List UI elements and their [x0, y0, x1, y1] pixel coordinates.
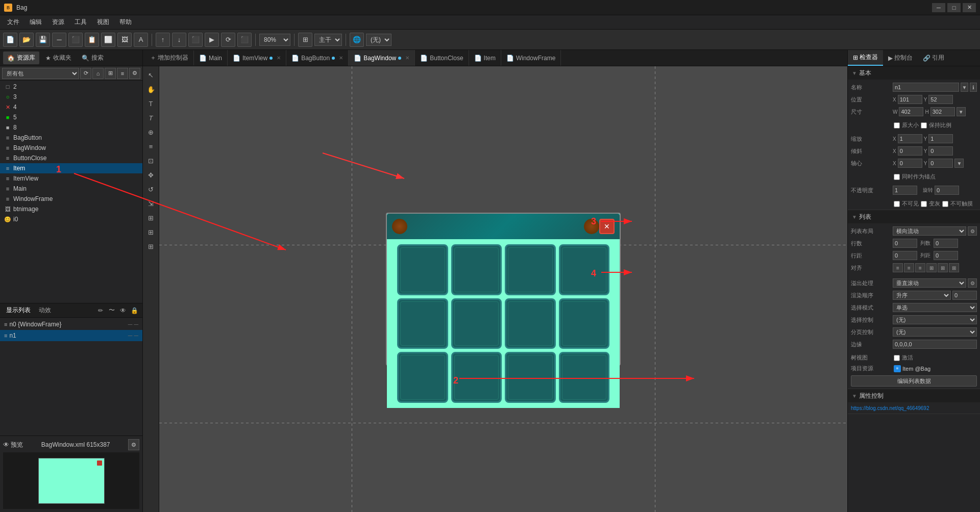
tab-itemview-close[interactable]: ✕	[277, 55, 281, 61]
prop-layout-select[interactable]: 横向流动 纵向流动	[893, 226, 966, 236]
prop-render-order-val[interactable]	[952, 291, 977, 300]
pivot-anchor-checkbox[interactable]	[894, 174, 900, 180]
align-left[interactable]: ≡	[893, 263, 903, 272]
bag-close-button[interactable]: ✕	[599, 219, 615, 234]
tb-btn6[interactable]: 📋	[85, 33, 99, 47]
save-btn[interactable]: 💾	[36, 33, 50, 47]
right-tab-inspector[interactable]: ⊞ 检查器	[848, 50, 883, 66]
zoom-select[interactable]: 80% 100% 150%	[259, 34, 290, 46]
preview-settings-btn[interactable]: ⚙	[128, 439, 139, 450]
menu-assets[interactable]: 资源	[47, 16, 69, 29]
bag-slot-12[interactable]	[559, 352, 610, 403]
keep-ratio-checkbox[interactable]	[921, 122, 927, 129]
play-btn[interactable]: ▶	[205, 33, 219, 47]
prop-pos-x[interactable]	[898, 95, 922, 104]
prop-opacity-input[interactable]	[893, 186, 917, 195]
prop-size-h[interactable]	[930, 107, 955, 116]
tree-item-item[interactable]: ≡ Item	[0, 163, 142, 173]
bag-slot-5[interactable]	[397, 298, 448, 349]
tool-hand[interactable]: ✋	[144, 83, 158, 96]
tb-btn12[interactable]: ⬛	[188, 33, 203, 47]
maximize-button[interactable]: □	[947, 3, 961, 12]
dl-item-n0[interactable]: ≡ n0 {WindowFrame} ─ ─	[0, 319, 142, 330]
minimize-button[interactable]: ─	[932, 3, 945, 12]
dl-tab-animation[interactable]: 动效	[36, 304, 54, 316]
menu-help[interactable]: 帮助	[114, 16, 137, 29]
tool-resize[interactable]: ⇲	[144, 197, 158, 210]
tool-select[interactable]: ↖	[144, 68, 158, 82]
tab-windowframe[interactable]: 📄 WindowFrame	[501, 50, 561, 66]
tab-itemview[interactable]: 📄 ItemView ✕	[228, 50, 286, 66]
dl-tab-displaylist[interactable]: 显示列表	[3, 304, 34, 316]
section-list-header[interactable]: ▼ 列表	[848, 210, 980, 223]
prop-selectmode-select[interactable]: 单选 多选	[893, 303, 977, 312]
align-right[interactable]: ≡	[915, 263, 925, 272]
size-expand-btn[interactable]: ▼	[957, 107, 966, 116]
prop-selctrl-value[interactable]: (无)	[893, 314, 977, 325]
bag-slot-1[interactable]	[397, 244, 448, 295]
layout-settings-btn[interactable]: ⚙	[968, 226, 977, 236]
prop-selctrl-select[interactable]: (无)	[893, 315, 977, 324]
tool-node[interactable]: ⊞	[144, 211, 158, 224]
prop-row-gap[interactable]	[893, 251, 917, 260]
menu-file[interactable]: 文件	[2, 16, 24, 29]
tb-btn4[interactable]: ─	[52, 33, 66, 47]
tool-move[interactable]: ✥	[144, 168, 158, 182]
tb-btn8[interactable]: 🖼	[117, 33, 132, 47]
bag-slot-6[interactable]	[451, 298, 502, 349]
align-middle[interactable]: ⊞	[938, 263, 948, 272]
prop-name-btn[interactable]: ▼	[961, 83, 968, 92]
tb-btn11[interactable]: ↓	[172, 33, 186, 47]
align-bottom[interactable]: ⊞	[949, 263, 959, 272]
align-center[interactable]: ≡	[904, 263, 914, 272]
tab-search[interactable]: 🔍 搜索	[78, 52, 108, 64]
prop-scale-y[interactable]	[928, 134, 953, 143]
prop-selectmode-value[interactable]: 单选 多选	[893, 302, 977, 313]
overflow-settings-btn[interactable]: ⚙	[968, 278, 977, 288]
untouchable-checkbox[interactable]	[942, 201, 948, 207]
add-controller[interactable]: ＋ 增加控制器	[145, 50, 194, 65]
tree-item-windowframe[interactable]: ≡ WindowFrame	[0, 194, 142, 204]
prop-col-count[interactable]	[934, 239, 958, 248]
prop-pivot-x[interactable]	[898, 159, 922, 168]
prop-scale-x[interactable]	[898, 134, 922, 143]
prop-pos-y[interactable]	[928, 95, 953, 104]
tab-bagwindow[interactable]: 📄 BagWindow ✕	[349, 50, 415, 66]
prop-name-input[interactable]	[893, 83, 959, 92]
bag-slot-7[interactable]	[505, 298, 556, 349]
tab-bagwindow-close[interactable]: ✕	[405, 55, 409, 61]
right-tab-reference[interactable]: 🔗 引用	[918, 50, 949, 65]
tree-item-main[interactable]: ≡ Main	[0, 184, 142, 194]
tool-grid[interactable]: ⊞	[144, 225, 158, 239]
tab-assets[interactable]: 🏠 资源库	[3, 52, 39, 64]
align-top[interactable]: ⊞	[926, 263, 937, 272]
bag-slot-3[interactable]	[505, 244, 556, 295]
close-button[interactable]: ✕	[963, 3, 976, 12]
tb-resolution[interactable]: ⊞	[298, 33, 312, 47]
tab-item[interactable]: 📄 Item	[469, 50, 501, 66]
stop-btn[interactable]: ⟳	[221, 33, 235, 47]
settings-btn[interactable]: ⚙	[129, 68, 140, 79]
tool-crop[interactable]: ⊡	[144, 154, 158, 167]
tool-list[interactable]: ≡	[144, 140, 158, 153]
tree-item-btnimage[interactable]: 🖼 btnimage	[0, 204, 142, 214]
menu-tools[interactable]: 工具	[69, 16, 92, 29]
tree-item-i0[interactable]: 😊 i0	[0, 214, 142, 224]
tree-item-bagwindow[interactable]: ≡ BagWindow	[0, 143, 142, 153]
prop-pagectrl-value[interactable]: (无)	[893, 326, 977, 338]
new-btn[interactable]: 📄	[3, 33, 17, 47]
tb-btn10[interactable]: ↑	[156, 33, 170, 47]
branch-select[interactable]: 主干	[314, 34, 342, 46]
tree-item-2[interactable]: □ 2	[0, 82, 142, 92]
prop-overflow-select[interactable]: 垂直滚动 水平滚动 隐藏	[893, 278, 966, 288]
menu-view[interactable]: 视图	[92, 16, 114, 29]
tree-item-bagbutton[interactable]: ≡ BagButton	[0, 133, 142, 143]
edit-list-data-btn[interactable]: 编辑列表数据	[851, 375, 977, 387]
package-filter[interactable]: 所有包	[2, 68, 79, 79]
tab-favorites[interactable]: ★ 收藏夹	[41, 52, 76, 64]
open-btn[interactable]: 📂	[19, 33, 34, 47]
tree-item-3[interactable]: ○ 3	[0, 92, 142, 102]
tb-btn7[interactable]: ⬜	[101, 33, 115, 47]
pivot-expand-btn[interactable]: ▼	[954, 159, 964, 168]
tool-text[interactable]: T	[144, 97, 158, 110]
